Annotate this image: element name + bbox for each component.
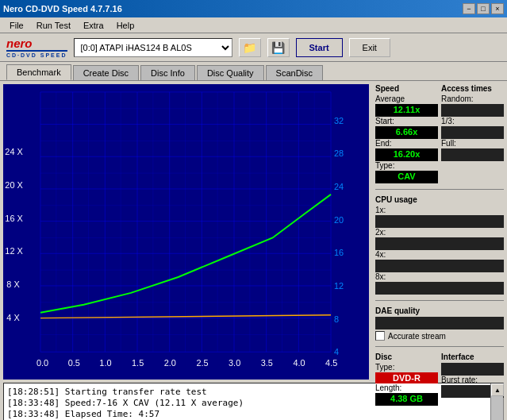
save-icon[interactable]: 💾 <box>267 38 290 57</box>
tab-disc-quality[interactable]: Disc Quality <box>197 65 264 80</box>
main-content: 4 X 8 X 12 X 16 X 20 X 24 X 4 8 12 16 20… <box>0 81 507 383</box>
start-label: Start: <box>375 117 438 125</box>
svg-text:16 X: 16 X <box>5 214 23 223</box>
cpu-title: CPU usage <box>375 195 504 204</box>
close-button[interactable]: × <box>491 3 504 14</box>
tab-bar: Benchmark Create Disc Disc Info Disc Qua… <box>0 62 507 81</box>
accurate-label: Accurate stream <box>388 332 446 341</box>
log-text-2: Elapsed Time: 4:57 <box>65 409 159 419</box>
divider-2 <box>375 300 504 301</box>
svg-text:0.0: 0.0 <box>36 358 48 368</box>
log-entry-0: [18:28:51] Starting transfer rate test <box>7 387 487 397</box>
type-value: CAV <box>375 171 438 183</box>
svg-text:4: 4 <box>334 347 339 356</box>
svg-text:1.0: 1.0 <box>99 358 111 368</box>
svg-text:20 X: 20 X <box>5 180 23 190</box>
log-scrollbar: ▲ ▼ <box>490 383 503 420</box>
status-bar: [18:28:51] Starting transfer rate test [… <box>3 383 504 420</box>
end-label: End: <box>375 139 438 148</box>
folder-icon[interactable]: 📁 <box>239 38 261 57</box>
svg-text:28: 28 <box>334 148 344 158</box>
tab-benchmark[interactable]: Benchmark <box>6 64 71 80</box>
average-label: Average <box>375 94 438 103</box>
window-controls: − □ × <box>463 3 504 14</box>
cpu1x-value <box>375 215 504 228</box>
svg-text:4 X: 4 X <box>6 313 20 322</box>
nero-logo: nero CD·DVD SPEED <box>6 37 67 58</box>
full-value <box>441 148 504 161</box>
type-label: Type: <box>375 161 438 170</box>
svg-text:16: 16 <box>334 248 344 257</box>
svg-text:12: 12 <box>334 281 344 291</box>
log-time-1: [18:33:48] <box>7 398 60 408</box>
cpu8x-label: 8x: <box>375 272 504 281</box>
divider-3 <box>375 346 504 347</box>
scroll-up-button[interactable]: ▲ <box>491 383 504 396</box>
dae-title: DAE quality <box>375 306 504 315</box>
svg-text:2.0: 2.0 <box>164 358 176 368</box>
menu-help[interactable]: Help <box>110 19 141 32</box>
chart-svg: 4 X 8 X 12 X 16 X 20 X 24 X 4 8 12 16 20… <box>3 84 369 380</box>
drive-selector[interactable]: [0:0] ATAPI iHAS124 B AL0S <box>74 38 232 57</box>
log-text-1: Speed:7-16 X CAV (12.11 X average) <box>65 398 244 408</box>
disc-type-value: DVD-R <box>375 372 438 383</box>
cpu2x-label: 2x: <box>375 228 504 237</box>
speed-title: Speed <box>375 84 438 93</box>
svg-text:24: 24 <box>334 182 344 191</box>
speed-access-row: Speed Average 12.11x Start: 6.66x End: 1… <box>375 84 504 183</box>
scroll-track <box>491 396 503 420</box>
tab-disc-info[interactable]: Disc Info <box>140 65 195 80</box>
disc-type-label: Type: <box>375 363 438 372</box>
start-button[interactable]: Start <box>296 38 343 57</box>
maximize-button[interactable]: □ <box>477 3 490 14</box>
speed-section: Speed Average 12.11x Start: 6.66x End: 1… <box>375 84 438 183</box>
toolbar: nero CD·DVD SPEED [0:0] ATAPI iHAS124 B … <box>0 33 507 62</box>
one-third-value <box>441 126 504 139</box>
app-title: Nero CD-DVD Speed 4.7.7.16 <box>3 4 122 13</box>
svg-text:3.0: 3.0 <box>229 358 240 368</box>
svg-text:4.5: 4.5 <box>325 358 337 368</box>
svg-text:20: 20 <box>334 215 344 225</box>
svg-text:8: 8 <box>334 314 339 324</box>
status-log: [18:28:51] Starting transfer rate test [… <box>4 383 490 420</box>
access-section: Access times Random: 1/3: Full: <box>441 84 504 183</box>
cpu-section: CPU usage 1x: 2x: 4x: 8x: <box>375 195 504 295</box>
start-value: 6.66x <box>375 126 438 139</box>
minimize-button[interactable]: − <box>463 3 475 14</box>
random-label: Random: <box>441 94 504 103</box>
log-time-2: [18:33:48] <box>7 409 60 419</box>
svg-text:1.5: 1.5 <box>132 358 144 368</box>
disc-title: Disc <box>375 353 438 361</box>
menu-extra[interactable]: Extra <box>77 19 110 32</box>
svg-rect-0 <box>5 84 367 380</box>
tab-scan-disc[interactable]: ScanDisc <box>266 65 323 80</box>
svg-text:12 X: 12 X <box>5 246 23 256</box>
interface-value <box>441 363 504 376</box>
interface-title: Interface <box>441 353 504 361</box>
title-bar: Nero CD-DVD Speed 4.7.7.16 − □ × <box>0 0 507 17</box>
accurate-row: Accurate stream <box>375 331 504 341</box>
chart-area: 4 X 8 X 12 X 16 X 20 X 24 X 4 8 12 16 20… <box>3 84 369 380</box>
divider-1 <box>375 189 504 190</box>
svg-text:3.5: 3.5 <box>261 358 273 368</box>
one-third-label: 1/3: <box>441 117 504 125</box>
accurate-checkbox[interactable] <box>375 331 385 341</box>
tab-create-disc[interactable]: Create Disc <box>73 65 139 80</box>
log-time-0: [18:28:51] <box>7 387 60 397</box>
cpu4x-label: 4x: <box>375 250 504 259</box>
menu-file[interactable]: File <box>3 19 30 32</box>
svg-text:2.5: 2.5 <box>196 358 208 368</box>
random-value <box>441 104 504 117</box>
log-text-0: Starting transfer rate test <box>65 387 207 397</box>
access-title: Access times <box>441 84 504 93</box>
exit-button[interactable]: Exit <box>349 38 390 57</box>
menu-run-test[interactable]: Run Test <box>30 19 77 32</box>
svg-text:4.0: 4.0 <box>293 358 305 368</box>
cpu1x-label: 1x: <box>375 206 504 214</box>
dae-value <box>375 317 504 329</box>
end-value: 16.20x <box>375 148 438 161</box>
cpu4x-value <box>375 260 504 272</box>
svg-text:24 X: 24 X <box>5 147 23 156</box>
right-panel: Speed Average 12.11x Start: 6.66x End: 1… <box>372 81 507 383</box>
cpu2x-value <box>375 237 504 250</box>
